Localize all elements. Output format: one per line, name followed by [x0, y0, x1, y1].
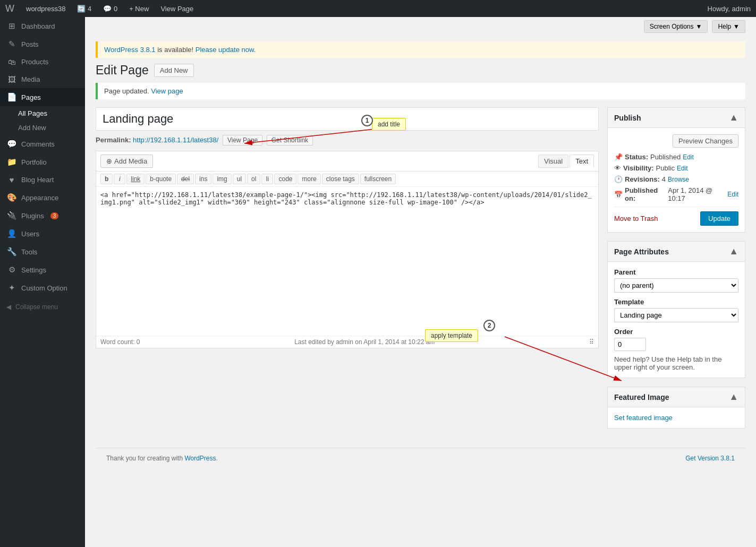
toolbar-link[interactable]: link: [126, 174, 145, 184]
toolbar-close-tags[interactable]: close tags: [322, 174, 359, 184]
editor-content-area[interactable]: <a href="http://192.168.1.11/latest38/ex…: [96, 187, 598, 336]
toolbar-ins[interactable]: ins: [195, 174, 211, 184]
sidebar-item-dashboard[interactable]: ⊞ Dashboard: [0, 17, 85, 35]
page-attributes-box: Page Attributes ▲ Parent (no parent) Tem…: [607, 241, 745, 378]
chevron-down-icon: ▼: [733, 23, 740, 30]
sidebar-item-media[interactable]: 🖼 Media: [0, 71, 85, 88]
sidebar-item-custom-option[interactable]: ✦ Custom Option: [0, 279, 85, 297]
status-icon: 📌: [614, 153, 623, 161]
edit-area: add title 1 apply template 2 Permalink: …: [96, 107, 745, 437]
toolbar-italic[interactable]: i: [114, 174, 125, 184]
page-heading: Edit Page Add New: [96, 63, 745, 78]
status-edit-link[interactable]: Edit: [683, 153, 694, 161]
collapse-icon: ◀: [6, 303, 11, 311]
view-page-link[interactable]: View page: [151, 87, 183, 95]
get-version-link[interactable]: Get Version 3.8.1: [685, 455, 735, 462]
toolbar-li[interactable]: li: [261, 174, 273, 184]
add-media-button[interactable]: ⊕ Add Media: [100, 155, 153, 168]
help-button[interactable]: Help ▼: [712, 20, 745, 33]
footer-left: Thank you for creating with WordPress.: [106, 455, 218, 462]
screen-options-button[interactable]: Screen Options ▼: [644, 20, 708, 33]
editor-toolbar: b i link b-quote del ins img ul ol li co…: [96, 172, 598, 187]
toolbar-more[interactable]: more: [298, 174, 320, 184]
text-tab[interactable]: Text: [570, 155, 594, 168]
adminbar-view-page[interactable]: View Page: [156, 5, 198, 13]
permalink-url[interactable]: http://192.168.1.11/latest38/: [133, 136, 218, 144]
update-now-link[interactable]: Please update now: [196, 46, 254, 54]
adminbar-comments[interactable]: 💬 0: [99, 5, 122, 13]
order-input[interactable]: [614, 338, 646, 351]
sidebar-item-products[interactable]: 🛍 Products: [0, 53, 85, 71]
resize-handle[interactable]: ⠿: [589, 338, 594, 346]
featured-image-toggle[interactable]: ▲: [729, 391, 738, 403]
template-select[interactable]: Landing page Default Template: [614, 308, 738, 322]
featured-image-box: Featured Image ▲ Set featured image: [607, 387, 745, 429]
toolbar-ol[interactable]: ol: [247, 174, 260, 184]
publish-date: 📅 Published on: Apr 1, 2014 @ 10:17 Edit: [614, 186, 738, 202]
toolbar-img[interactable]: img: [213, 174, 231, 184]
blogheart-icon: ♥: [6, 175, 17, 184]
page-title-input[interactable]: [96, 107, 599, 131]
callout-circle-2: 2: [483, 320, 495, 331]
sidebar-item-label: Comments: [21, 140, 55, 148]
update-button[interactable]: Update: [700, 211, 738, 226]
revisions-browse-link[interactable]: Browse: [668, 176, 689, 183]
get-shortlink-button[interactable]: Get Shortlink: [267, 135, 313, 146]
collapse-menu[interactable]: ◀ Collapse menu: [0, 299, 85, 315]
sidebar-item-portfolio[interactable]: 📁 Portfolio: [0, 153, 85, 171]
sidebar-item-blogheart[interactable]: ♥ Blog Heart: [0, 171, 85, 189]
toolbar-fullscreen[interactable]: fullscreen: [360, 174, 396, 184]
attributes-toggle[interactable]: ▲: [729, 246, 738, 257]
template-label: Template: [614, 298, 738, 306]
sidebar-item-posts[interactable]: ✎ Posts: [0, 35, 85, 53]
portfolio-icon: 📁: [6, 157, 17, 167]
toolbar-ul[interactable]: ul: [233, 174, 246, 184]
page-attributes-header: Page Attributes ▲: [608, 242, 745, 262]
parent-select[interactable]: (no parent): [614, 278, 738, 293]
adminbar-howdy: Howdy, admin: [708, 5, 751, 13]
toolbar-del[interactable]: del: [177, 174, 194, 184]
wp-version-link[interactable]: WordPress 3.8.1: [104, 46, 156, 54]
date-edit-link[interactable]: Edit: [727, 191, 738, 198]
sidebar-item-pages[interactable]: 📄 Pages: [0, 88, 85, 106]
add-new-button[interactable]: Add New: [154, 64, 194, 77]
visibility-icon: 👁: [614, 164, 621, 172]
settings-icon: ⚙: [6, 265, 17, 275]
media-icon: ⊕: [106, 157, 112, 165]
sidebar-item-settings[interactable]: ⚙ Settings: [0, 261, 85, 279]
apply-template-callout: apply template: [425, 329, 478, 342]
sidebar-item-label: Settings: [21, 266, 46, 274]
view-page-button[interactable]: View Page: [223, 135, 262, 146]
sidebar-submenu-all-pages[interactable]: All Pages: [0, 106, 85, 121]
parent-label: Parent: [614, 268, 738, 276]
sidebar-item-users[interactable]: 👤 Users: [0, 225, 85, 243]
pages-icon: 📄: [6, 92, 17, 102]
toolbar-code[interactable]: code: [274, 174, 296, 184]
set-featured-image-link[interactable]: Set featured image: [614, 414, 673, 422]
toolbar-bquote[interactable]: b-quote: [146, 174, 176, 184]
sidebar-item-comments[interactable]: 💬 Comments: [0, 135, 85, 153]
adminbar-updates[interactable]: 🔄 4: [73, 5, 96, 13]
sidebar-item-appearance[interactable]: 🎨 Appearance: [0, 189, 85, 207]
visibility-edit-link[interactable]: Edit: [677, 165, 688, 172]
adminbar-new[interactable]: + New: [125, 5, 153, 13]
preview-changes-button[interactable]: Preview Changes: [673, 134, 738, 148]
toolbar-bold[interactable]: b: [100, 174, 113, 184]
sidebar-item-label: Dashboard: [21, 22, 55, 30]
publish-toggle[interactable]: ▲: [729, 112, 738, 123]
sidebar-submenu-add-new[interactable]: Add New: [0, 121, 85, 135]
sidebar-item-plugins[interactable]: 🔌 Plugins 3: [0, 207, 85, 225]
add-title-callout: add title: [372, 118, 406, 131]
publish-box-header: Publish ▲: [608, 108, 745, 128]
plugins-icon: 🔌: [6, 211, 17, 220]
wordpress-link[interactable]: WordPress: [184, 455, 216, 462]
wp-logo-icon[interactable]: W: [5, 3, 14, 14]
sidebar-item-label: Plugins: [21, 212, 44, 220]
media-icon: 🖼: [6, 75, 17, 84]
adminbar-site[interactable]: wordpress38: [22, 5, 70, 13]
visual-tab[interactable]: Visual: [538, 155, 568, 168]
tools-icon: 🔧: [6, 247, 17, 257]
products-icon: 🛍: [6, 57, 17, 66]
move-to-trash-link[interactable]: Move to Trash: [614, 215, 658, 223]
sidebar-item-tools[interactable]: 🔧 Tools: [0, 243, 85, 261]
